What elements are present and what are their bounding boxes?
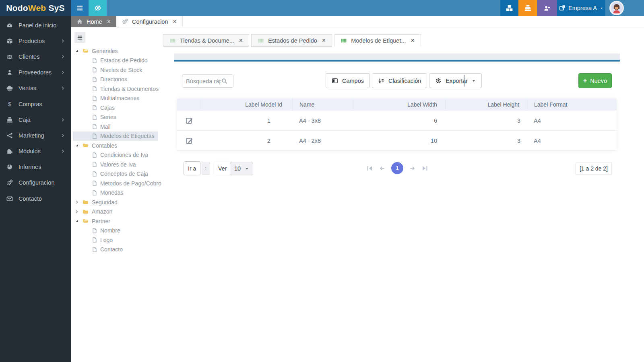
add-user-button[interactable]	[537, 0, 557, 16]
column-header[interactable]: Label Model Id	[200, 99, 293, 111]
stock-button[interactable]	[500, 0, 518, 16]
tree-node[interactable]: Metodos de Pago/Cobro	[73, 179, 158, 188]
tree-node[interactable]: Estados de Pedido	[73, 56, 158, 66]
tree-node[interactable]: Condiciones de Iva	[73, 150, 158, 160]
tree-node[interactable]: Seguridad	[73, 197, 158, 207]
column-header[interactable]: Name	[293, 99, 353, 111]
gear-icon	[435, 78, 442, 84]
sidebar-item[interactable]: Proveedores	[0, 65, 71, 80]
column-header[interactable]: Label Width	[353, 99, 445, 111]
toolbar-divider	[464, 75, 464, 86]
sidebar-item[interactable]: Informes	[0, 159, 71, 175]
expand-icon[interactable]	[75, 49, 79, 53]
sidebar-item[interactable]: Productos	[0, 33, 71, 49]
tree-node[interactable]: Monedas	[73, 188, 158, 198]
next-page-button[interactable]	[409, 165, 416, 172]
sidebar-nav: Panel de inicio Productos Clientes Prove…	[0, 16, 71, 206]
tree-node[interactable]: Nombre	[73, 226, 158, 236]
sidebar-item[interactable]: $ Compras	[0, 96, 71, 112]
logo-accent: Web	[28, 3, 46, 13]
folder-closed-icon	[82, 199, 89, 205]
sidebar-item[interactable]: Contacto	[0, 191, 71, 206]
sidebar-item[interactable]: Configuracion	[0, 175, 71, 191]
column-header[interactable]: Label Format	[527, 99, 617, 111]
chevron-right-icon	[61, 118, 65, 122]
gears-icon	[6, 179, 13, 186]
export-button[interactable]: Exportar	[429, 73, 482, 88]
tree-node[interactable]: Tiendas & Documentos	[73, 84, 158, 94]
tree-node[interactable]: Conceptos de Caja	[73, 169, 158, 179]
grid-tab-label: Estados de Pedido	[268, 37, 317, 44]
close-icon[interactable]: ×	[173, 19, 177, 25]
company-menu[interactable]: Empresa A	[557, 0, 605, 16]
tree-node[interactable]: Contables	[73, 141, 158, 150]
window-tab[interactable]: Configuracion ×	[116, 16, 183, 27]
file-icon	[92, 76, 97, 82]
last-page-button[interactable]	[421, 165, 428, 172]
edit-button[interactable]	[186, 137, 193, 144]
row-actions-cell	[177, 131, 200, 150]
sidebar-item[interactable]: Módulos	[0, 144, 71, 159]
tree-node[interactable]: Amazon	[73, 207, 158, 217]
column-header[interactable]: Label Height	[445, 99, 527, 111]
sidebar-item[interactable]: Panel de inicio	[0, 17, 71, 33]
file-icon	[92, 114, 97, 120]
tree-node[interactable]: Cajas	[73, 103, 158, 113]
tree-node[interactable]: Contacto	[73, 245, 158, 255]
avatar[interactable]	[609, 1, 624, 15]
sort-button[interactable]: Clasificación	[372, 73, 427, 88]
tree-panel: Generales Estados de Pedido Niveles de S…	[71, 27, 163, 362]
grid-tab-label: Modelos de Etiquet...	[351, 37, 406, 44]
prev-page-button[interactable]	[379, 165, 386, 172]
pos-button[interactable]	[518, 0, 537, 16]
column-header[interactable]	[177, 99, 200, 111]
tree-collapse-button[interactable]	[74, 32, 85, 43]
close-icon[interactable]: ×	[411, 37, 415, 44]
file-icon	[92, 247, 97, 253]
tree-node[interactable]: Partner	[73, 216, 158, 226]
sidebar-toggle-button[interactable]	[71, 0, 89, 16]
fields-button[interactable]: Campos	[326, 73, 370, 88]
tree-node[interactable]: Multialmacenes	[73, 94, 158, 103]
expand-icon[interactable]	[75, 143, 79, 148]
folder-open-icon	[82, 142, 89, 148]
columns-icon	[332, 78, 338, 84]
sidebar-item-label: Ventas	[19, 85, 36, 91]
per-page-select[interactable]: 10	[230, 162, 253, 175]
sidebar-item[interactable]: Caja	[0, 112, 71, 128]
expand-icon[interactable]	[75, 219, 79, 223]
sidebar-item-label: Informes	[19, 164, 41, 170]
goto-page-button[interactable]: Ir a	[184, 161, 200, 175]
tree-node[interactable]: Generales	[73, 46, 158, 56]
close-icon[interactable]: ×	[239, 37, 243, 44]
first-page-button[interactable]	[366, 165, 373, 172]
window-tab[interactable]: Home ×	[71, 16, 116, 27]
company-label: Empresa A	[568, 5, 597, 11]
sidebar-item[interactable]: Ventas	[0, 80, 71, 96]
new-button[interactable]: + Nuevo	[578, 73, 612, 88]
search-input[interactable]	[186, 78, 221, 84]
close-icon[interactable]: ×	[322, 37, 326, 44]
tree-node[interactable]: Logo	[73, 235, 158, 245]
pie-chart-icon	[6, 164, 13, 170]
tree-node[interactable]: Niveles de Stock	[73, 65, 158, 75]
grid-tab[interactable]: Estados de Pedido ×	[251, 34, 332, 47]
grid-tab[interactable]: Tiendas & Docume... ×	[163, 34, 249, 47]
tree-node[interactable]: Mail	[73, 122, 158, 132]
collapse-icon[interactable]	[75, 210, 79, 214]
close-icon[interactable]: ×	[107, 19, 111, 25]
sidebar-item-label: Caja	[19, 117, 31, 123]
visibility-toggle-button[interactable]	[89, 0, 107, 16]
tree-node[interactable]: Directorios	[73, 75, 158, 84]
edit-button[interactable]	[186, 117, 193, 124]
current-page-indicator[interactable]: 1	[391, 162, 403, 174]
tree-node[interactable]: Modelos de Etiquetas	[73, 132, 158, 141]
tree-node[interactable]: Valores de Iva	[73, 160, 158, 169]
sort-icon	[378, 78, 384, 84]
tree-node[interactable]: Series	[73, 113, 158, 122]
page-number-input[interactable]: :	[202, 162, 210, 175]
grid-tab[interactable]: Modelos de Etiquet... ×	[334, 34, 421, 47]
collapse-icon[interactable]	[75, 200, 79, 204]
sidebar-item[interactable]: Marketing	[0, 128, 71, 143]
sidebar-item[interactable]: Clientes	[0, 49, 71, 64]
